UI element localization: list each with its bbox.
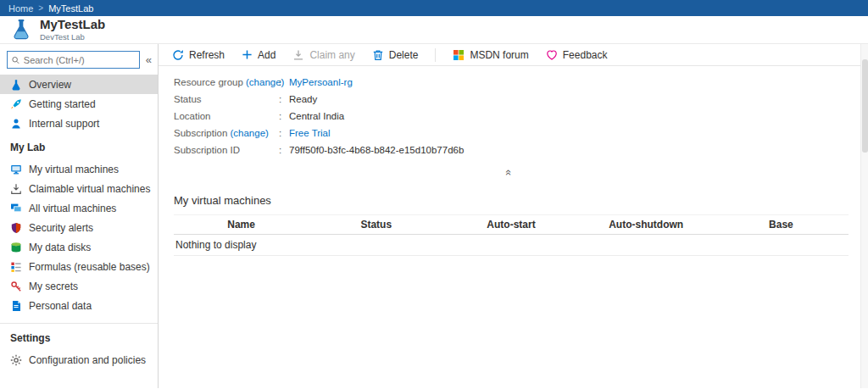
vm-section-title: My virtual machines <box>174 194 860 207</box>
feedback-label: Feedback <box>563 49 608 61</box>
resource-group-value-link[interactable]: MyPersoanl-rg <box>289 77 353 87</box>
scrollbar-thumb[interactable] <box>862 59 868 153</box>
page-subtitle: DevTest Lab <box>40 33 105 42</box>
feedback-button[interactable]: Feedback <box>546 49 608 61</box>
search-icon <box>11 55 20 65</box>
trash-icon <box>372 49 384 61</box>
delete-button[interactable]: Delete <box>372 49 419 61</box>
essentials-collapse-row: « <box>159 158 860 181</box>
refresh-button[interactable]: Refresh <box>172 49 225 61</box>
sidebar-item-security-alerts[interactable]: Security alerts <box>0 218 158 237</box>
property-label: Subscription (change) <box>174 128 279 138</box>
gear-icon <box>10 354 22 366</box>
sidebar-item-label: My secrets <box>29 281 78 292</box>
column-header-status[interactable]: Status <box>309 219 443 231</box>
msdn-forum-button[interactable]: MSDN forum <box>453 49 528 61</box>
add-button[interactable]: Add <box>242 49 275 61</box>
plus-icon <box>242 49 253 60</box>
sidebar-item-internal-support[interactable]: Internal support <box>0 114 158 133</box>
delete-label: Delete <box>389 49 419 61</box>
sidebar-item-my-secrets[interactable]: My secrets <box>0 276 158 296</box>
claim-any-label: Claim any <box>309 49 354 61</box>
property-location: Location : Central India <box>174 108 860 125</box>
sidebar-item-label: Overview <box>29 79 71 91</box>
property-status: Status : Ready <box>174 91 860 108</box>
sidebar-item-label: Personal data <box>29 300 92 312</box>
sidebar-item-label: Configuration and policies <box>29 354 146 366</box>
toolbar-divider <box>435 48 436 62</box>
column-header-name[interactable]: Name <box>174 219 309 231</box>
key-icon <box>10 281 22 292</box>
search-box[interactable] <box>7 51 140 69</box>
disks-icon <box>10 242 22 253</box>
sidebar-item-configuration-and-policies[interactable]: Configuration and policies <box>0 350 158 370</box>
title-block: MyTestLab DevTest Lab <box>40 18 105 42</box>
command-bar: Refresh Add Claim any <box>159 44 860 66</box>
subscription-change-link[interactable]: (change) <box>231 128 269 138</box>
body: « Overview Getting started <box>0 44 868 388</box>
subscription-value-link[interactable]: Free Trial <box>289 128 331 138</box>
breadcrumb-separator: > <box>38 3 43 13</box>
sidebar-item-formulas[interactable]: Formulas (reusable bases) <box>0 257 158 276</box>
sidebar: « Overview Getting started <box>0 44 159 388</box>
sidebar-item-my-data-disks[interactable]: My data disks <box>0 237 158 257</box>
column-header-auto-shutdown[interactable]: Auto-shutdown <box>579 219 714 231</box>
sidebar-item-label: Formulas (reusable bases) <box>29 261 150 273</box>
column-header-auto-start[interactable]: Auto-start <box>443 219 578 231</box>
colon: : <box>279 77 289 87</box>
sidebar-item-my-virtual-machines[interactable]: My virtual machines <box>0 159 158 179</box>
refresh-icon <box>172 49 184 61</box>
subscription-id-value: 79ff50f0-b3fc-4b68-b842-e15d10b77d6b <box>289 145 464 155</box>
property-label: Resource group (change) <box>174 77 279 87</box>
sidebar-item-label: Internal support <box>29 118 99 130</box>
claim-any-button[interactable]: Claim any <box>292 49 354 61</box>
sidebar-section-my-lab: My Lab <box>0 133 158 159</box>
monitor-icon <box>10 164 22 175</box>
sidebar-item-overview[interactable]: Overview <box>0 75 158 94</box>
breadcrumb: Home > MyTestLab <box>0 0 868 16</box>
document-icon <box>10 300 22 312</box>
main-content: Refresh Add Claim any <box>159 44 860 388</box>
sidebar-item-label: My virtual machines <box>29 164 119 175</box>
essentials-collapse-button[interactable]: « <box>503 169 515 175</box>
formula-list-icon <box>10 261 22 273</box>
sidebar-item-label: Claimable virtual machines <box>29 183 150 195</box>
shield-icon <box>10 222 22 234</box>
empty-message: Nothing to display <box>175 239 256 251</box>
search-input[interactable] <box>24 55 136 65</box>
sidebar-search-row: « <box>0 49 158 75</box>
essentials-panel: Resource group (change) : MyPersoanl-rg … <box>159 66 860 158</box>
sidebar-item-claimable-virtual-machines[interactable]: Claimable virtual machines <box>0 179 158 198</box>
sidebar-item-personal-data[interactable]: Personal data <box>0 296 158 315</box>
devtest-lab-icon <box>10 19 32 41</box>
sidebar-item-label: Getting started <box>29 98 96 110</box>
colon: : <box>279 111 289 121</box>
monitors-stack-icon <box>10 203 22 214</box>
breadcrumb-home-link[interactable]: Home <box>8 3 33 14</box>
claim-download-icon <box>292 49 304 61</box>
property-resource-group: Resource group (change) : MyPersoanl-rg <box>174 74 860 91</box>
page-header: MyTestLab DevTest Lab <box>0 16 868 44</box>
sidebar-item-label: All virtual machines <box>29 203 116 214</box>
refresh-label: Refresh <box>189 49 225 61</box>
page-title: MyTestLab <box>40 18 105 31</box>
vm-table: Name Status Auto-start Auto-shutdown Bas… <box>174 214 849 256</box>
location-value: Central India <box>289 111 344 121</box>
add-label: Add <box>258 49 275 61</box>
sidebar-item-all-virtual-machines[interactable]: All virtual machines <box>0 198 158 218</box>
sidebar-item-label: Security alerts <box>29 222 93 234</box>
sidebar-item-getting-started[interactable]: Getting started <box>0 94 158 114</box>
vm-table-header: Name Status Auto-start Auto-shutdown Bas… <box>174 214 849 235</box>
resource-group-label: Resource group <box>174 77 243 87</box>
msdn-forum-icon <box>453 49 465 61</box>
subscription-label: Subscription <box>174 128 227 138</box>
sidebar-collapse-button[interactable]: « <box>144 53 153 66</box>
azure-portal-window: Home > MyTestLab MyTestLab DevTest Lab <box>0 0 868 389</box>
location-label: Location <box>174 111 279 121</box>
column-header-base[interactable]: Base <box>714 219 849 231</box>
vertical-scrollbar[interactable] <box>860 44 868 388</box>
sidebar-section-settings: Settings <box>0 324 158 350</box>
property-subscription: Subscription (change) : Free Trial <box>174 125 860 142</box>
status-label: Status <box>174 94 279 104</box>
rocket-icon <box>10 98 22 110</box>
